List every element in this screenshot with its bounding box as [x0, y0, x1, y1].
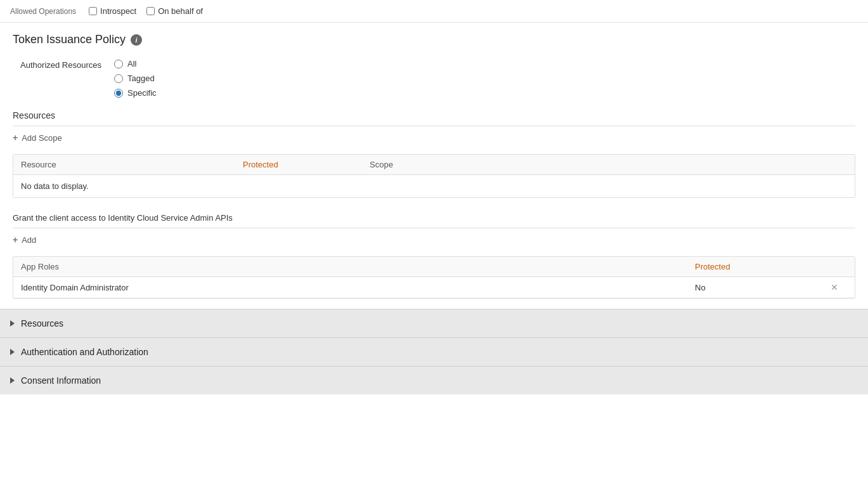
grant-title: Grant the client access to Identity Clou… [13, 213, 855, 223]
collapsible-consent: Consent Information [0, 366, 868, 394]
radio-specific-label: Specific [127, 88, 157, 98]
radio-tagged[interactable]: Tagged [114, 74, 157, 83]
resources-table-header: Resource Protected Scope [13, 155, 855, 175]
radio-all[interactable]: All [114, 59, 157, 68]
main-content: Token Issuance Policy i Authorized Resou… [0, 23, 868, 309]
collapsible-authentication-header[interactable]: Authentication and Authorization [0, 338, 868, 366]
introspect-checkbox-item[interactable]: Introspect [89, 6, 136, 16]
app-roles-action-col-header [822, 262, 847, 271]
collapsible-resources: Resources [0, 309, 868, 337]
chevron-resources-icon [10, 320, 15, 327]
operations-checkboxes: Introspect On behalf of [89, 6, 203, 16]
token-issuance-policy-title-row: Token Issuance Policy i [13, 33, 855, 46]
radio-specific-input[interactable] [114, 89, 123, 98]
add-scope-plus-icon: + [13, 133, 18, 143]
app-role-name: Identity Domain Administrator [21, 283, 695, 292]
radio-tagged-input[interactable] [114, 74, 123, 83]
grant-section: Grant the client access to Identity Clou… [13, 213, 855, 299]
app-roles-table: App Roles Protected Identity Domain Admi… [13, 256, 855, 299]
top-bar: Allowed Operations Introspect On behalf … [0, 0, 868, 23]
protected-col-header: Protected [243, 160, 370, 169]
on-behalf-of-checkbox-item[interactable]: On behalf of [146, 6, 203, 16]
on-behalf-of-label: On behalf of [158, 6, 203, 16]
add-plus-icon: + [13, 235, 18, 245]
app-roles-table-header: App Roles Protected [13, 257, 855, 277]
chevron-authentication-icon [10, 349, 15, 355]
on-behalf-of-checkbox[interactable] [146, 7, 155, 15]
authorized-resources-label: Authorized Resources [13, 59, 101, 70]
introspect-checkbox[interactable] [89, 7, 97, 15]
resources-table: Resource Protected Scope No data to disp… [13, 154, 855, 198]
collapsible-resources-header[interactable]: Resources [0, 309, 868, 337]
add-label: Add [22, 235, 36, 245]
bottom-sections: Resources Authentication and Authorizati… [0, 309, 868, 394]
app-roles-col-header: App Roles [21, 262, 695, 271]
collapsible-resources-label: Resources [21, 318, 63, 328]
app-roles-protected-col-header: Protected [695, 262, 822, 271]
radio-all-label: All [127, 59, 136, 68]
radio-specific[interactable]: Specific [114, 88, 157, 98]
add-scope-button[interactable]: + Add Scope [13, 126, 855, 149]
resources-heading: Resources [13, 110, 855, 120]
no-data-text: No data to display. [13, 175, 855, 197]
collapsible-consent-label: Consent Information [21, 375, 101, 386]
token-issuance-policy-title: Token Issuance Policy [13, 33, 126, 46]
chevron-consent-icon [10, 377, 15, 384]
info-icon[interactable]: i [131, 34, 142, 46]
add-button[interactable]: + Add [13, 228, 855, 251]
remove-row-button[interactable]: ✕ [822, 282, 847, 292]
collapsible-authentication-label: Authentication and Authorization [21, 347, 148, 357]
collapsible-consent-header[interactable]: Consent Information [0, 367, 868, 394]
radio-all-input[interactable] [114, 60, 123, 68]
add-scope-label: Add Scope [22, 133, 62, 143]
allowed-operations-label: Allowed Operations [10, 7, 76, 16]
table-row: Identity Domain Administrator No ✕ [13, 277, 855, 298]
app-role-protected: No [695, 283, 822, 292]
radio-tagged-label: Tagged [127, 74, 155, 83]
resource-col-header: Resource [21, 160, 243, 169]
introspect-label: Introspect [100, 6, 136, 16]
authorized-resources-row: Authorized Resources All Tagged Specific [13, 59, 855, 98]
authorized-resources-radio-group: All Tagged Specific [114, 59, 157, 98]
resources-section: Resources + Add Scope Resource Protected… [13, 110, 855, 198]
scope-col-header: Scope [370, 160, 847, 169]
collapsible-authentication: Authentication and Authorization [0, 337, 868, 366]
